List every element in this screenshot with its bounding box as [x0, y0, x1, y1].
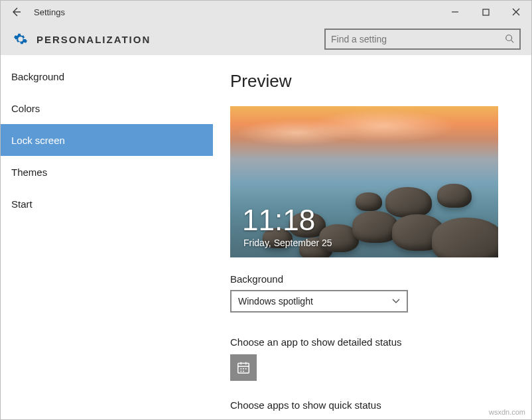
- back-button[interactable]: [1, 1, 31, 23]
- search-input[interactable]: [331, 34, 505, 44]
- search-icon: [505, 34, 514, 45]
- chevron-down-icon: [392, 297, 400, 305]
- preview-date: Friday, September 25: [243, 238, 332, 248]
- search-box[interactable]: [324, 29, 521, 50]
- section-title: PERSONALIZATION: [36, 34, 151, 45]
- detailed-status-label: Choose an app to show detailed status: [230, 336, 511, 348]
- minimize-icon: [451, 8, 459, 16]
- sidebar-item-label: Themes: [11, 167, 47, 178]
- window-title: Settings: [31, 7, 65, 17]
- preview-time: 11:18: [242, 206, 315, 235]
- window-titlebar: Settings: [1, 1, 531, 23]
- sidebar-item-label: Lock screen: [11, 135, 65, 146]
- svg-line-5: [511, 40, 514, 42]
- settings-gear-icon: [10, 32, 31, 46]
- sidebar-item-label: Start: [11, 198, 33, 210]
- background-label: Background: [230, 273, 511, 285]
- minimize-button[interactable]: [440, 1, 470, 23]
- sidebar-item-label: Background: [11, 71, 64, 82]
- maximize-icon: [482, 9, 490, 16]
- sidebar-item-label: Colors: [11, 103, 40, 114]
- detailed-status-app-button[interactable]: [230, 354, 257, 381]
- sidebar-item-lock-screen[interactable]: Lock screen: [1, 124, 213, 156]
- close-button[interactable]: [501, 1, 531, 23]
- sidebar-item-colors[interactable]: Colors: [1, 92, 213, 124]
- header-row: PERSONALIZATION: [1, 23, 531, 55]
- lock-screen-preview: 11:18 Friday, September 25: [230, 106, 498, 257]
- calendar-icon: [236, 360, 251, 375]
- background-dropdown[interactable]: Windows spotlight: [230, 290, 408, 313]
- sidebar-item-background[interactable]: Background: [1, 60, 213, 92]
- maximize-button[interactable]: [470, 1, 501, 23]
- close-icon: [512, 8, 520, 16]
- sidebar-item-start[interactable]: Start: [1, 188, 213, 220]
- background-dropdown-value: Windows spotlight: [238, 296, 313, 307]
- page-heading: Preview: [230, 71, 511, 92]
- quick-status-label: Choose apps to show quick status: [230, 399, 511, 411]
- sidebar-item-themes[interactable]: Themes: [1, 156, 213, 188]
- svg-rect-1: [483, 9, 489, 15]
- content-area: Preview 11:18 Friday, September 25 Backg…: [213, 55, 531, 420]
- arrow-left-icon: [11, 7, 21, 17]
- svg-point-4: [506, 35, 512, 40]
- sidebar: Background Colors Lock screen Themes Sta…: [1, 55, 213, 420]
- watermark: wsxdn.com: [489, 408, 525, 416]
